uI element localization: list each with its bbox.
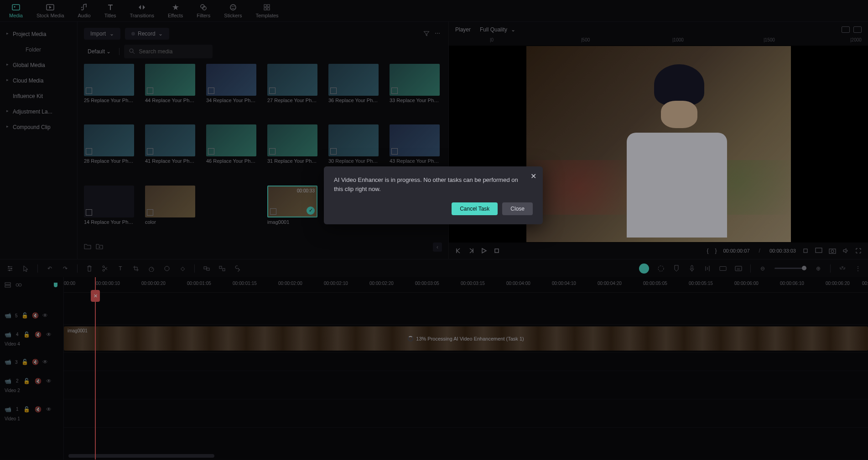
modal-message: AI Video Enhancer is in progress. No oth… [334, 176, 533, 193]
cancel-task-button[interactable]: Cancel Task [452, 202, 498, 215]
modal-backdrop [0, 0, 868, 460]
ai-enhancer-modal: ✕ AI Video Enhancer is in progress. No o… [324, 166, 543, 224]
close-button[interactable]: Close [502, 202, 533, 215]
close-icon[interactable]: ✕ [530, 172, 536, 181]
